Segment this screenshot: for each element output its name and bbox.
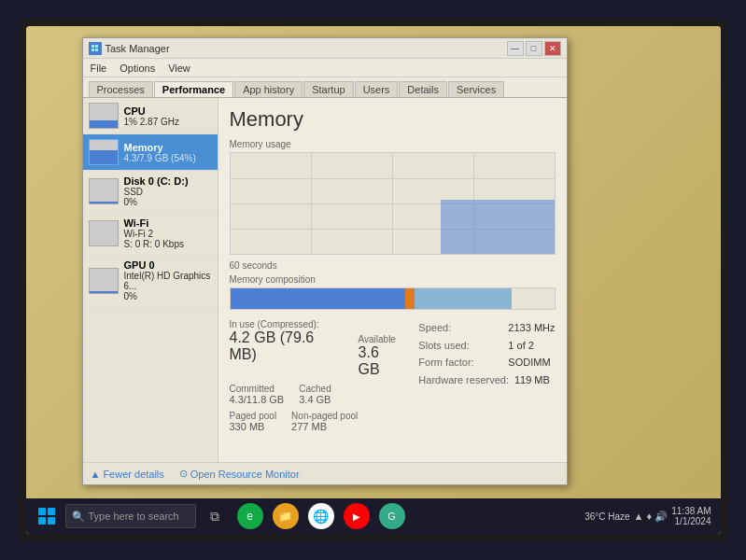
sidebar-item-memory[interactable]: Memory 4.3/7.9 GB (54%) [83,134,218,171]
comp-free [512,288,554,309]
tab-details[interactable]: Details [399,81,447,97]
tab-services[interactable]: Services [448,81,504,97]
edge-icon: e [237,503,263,529]
sidebar-item-cpu[interactable]: CPU 1% 2.87 GHz [83,98,218,134]
task-view-icon: ⧉ [210,509,219,525]
tab-processes[interactable]: Processes [89,81,153,97]
form-value: SODIMM [508,354,550,371]
clock-date: 1/1/2024 [671,516,711,526]
speed-label: Speed: [418,319,502,337]
svg-rect-3 [95,49,98,51]
resource-icon: ⊙ [179,468,188,480]
cpu-text: CPU 1% 2.87 GHz [124,105,212,127]
menu-view[interactable]: View [166,63,192,74]
tab-users[interactable]: Users [355,81,399,97]
cached-label: Cached [299,384,331,394]
gpu-sublabel: Intel(R) HD Graphics 6...0% [124,271,212,301]
sidebar: CPU 1% 2.87 GHz Memory 4.3/7.9 GB (54%) [83,98,218,462]
titlebar-left: Task Manager [89,42,170,55]
disk-label: Disk 0 (C: D:) [124,175,212,187]
graph-seconds: 60 seconds [230,260,556,271]
wifi-text: Wi-Fi Wi-Fi 2S: 0 R: 0 Kbps [124,217,212,249]
taskbar-app-chrome[interactable]: 🌐 [304,499,338,533]
chrome-icon: 🌐 [308,503,334,529]
slots-label: Slots used: [418,337,502,355]
taskbar-app-yt[interactable]: ▶ [340,499,373,533]
sidebar-item-gpu[interactable]: GPU 0 Intel(R) HD Graphics 6...0% [83,255,218,307]
memory-sublabel: 4.3/7.9 GB (54%) [124,153,212,163]
graph-label: Memory usage [230,139,556,149]
wifi-thumbnail [89,220,119,246]
minimize-button[interactable]: — [507,41,524,56]
menu-options[interactable]: Options [118,63,157,74]
taskbar-clock: 11:38 AM 1/1/2024 [671,506,711,526]
fewer-details-label: Fewer details [103,469,163,480]
windows-icon [38,508,55,525]
paged-label: Paged pool [230,411,277,421]
misc-icon: G [379,503,405,529]
sidebar-item-disk[interactable]: Disk 0 (C: D:) SSD0% [83,171,218,213]
svg-rect-0 [91,45,94,48]
open-resource-link[interactable]: ⊙ Open Resource Monitor [179,468,300,480]
comp-modified [405,288,415,309]
disk-sublabel: SSD0% [124,187,212,207]
taskbar-app-misc[interactable]: G [375,499,409,533]
stats-left: In use (Compressed): 4.2 GB (79.6 MB) Av… [230,319,404,432]
memory-thumbnail [89,139,119,165]
taskbar-search[interactable]: 🔍 Type here to search [65,504,196,528]
cpu-sublabel: 1% 2.87 GHz [124,117,212,127]
committed-label: Committed [230,384,285,394]
tab-apphistory[interactable]: App history [234,81,303,97]
comp-standby [415,288,512,309]
reserved-row: Hardware reserved: 119 MB [418,371,555,389]
menu-file[interactable]: File [89,63,109,74]
available-value: 3.6 GB [359,344,404,378]
task-view-button[interactable]: ⧉ [198,499,232,533]
memory-text: Memory 4.3/7.9 GB (54%) [124,142,212,163]
taskbar: 🔍 Type here to search ⧉ e 📁 🌐 [26,498,721,534]
folder-icon: 📁 [273,503,299,529]
disk-text: Disk 0 (C: D:) SSD0% [124,175,212,207]
form-row: Form factor: SODIMM [418,354,555,371]
footer: ▲ Fewer details ⊙ Open Resource Monitor [83,462,567,484]
taskmanager-window: Task Manager — □ ✕ File Options View Pro… [82,37,568,485]
svg-rect-1 [95,45,98,48]
page-title: Memory [230,107,556,132]
sys-icons: ▲ ♦ 🔊 [634,511,669,523]
available-label: Available [359,334,396,344]
fewer-details-link[interactable]: ▲ Fewer details [91,469,164,480]
in-use-label: In use (Compressed): [230,319,404,329]
paged-value: 330 MB [230,421,277,432]
stats-main: In use (Compressed): 4.2 GB (79.6 MB) Av… [230,319,556,432]
main-content: CPU 1% 2.87 GHz Memory 4.3/7.9 GB (54%) [83,98,567,462]
start-button[interactable] [30,499,63,533]
comp-used [231,288,405,309]
wifi-sublabel: Wi-Fi 2S: 0 R: 0 Kbps [124,229,212,249]
screen: Task Manager — □ ✕ File Options View Pro… [26,26,721,534]
titlebar: Task Manager — □ ✕ [83,38,567,59]
reserved-value: 119 MB [514,371,550,389]
cpu-thumbnail [89,103,119,129]
composition-label: Memory composition [230,274,556,285]
speed-value: 2133 MHz [508,319,555,337]
committed-value: 4.3/11.8 GB [230,394,285,405]
taskbar-app-folder[interactable]: 📁 [269,499,303,533]
grid-line-v2 [392,153,393,254]
sidebar-item-wifi[interactable]: Wi-Fi Wi-Fi 2S: 0 R: 0 Kbps [83,213,218,255]
fewer-details-icon: ▲ [91,469,101,480]
open-resource-label: Open Resource Monitor [190,469,300,480]
maximize-button[interactable]: □ [526,41,542,56]
tab-performance[interactable]: Performance [154,81,233,97]
nonpaged-value: 277 MB [291,421,358,432]
close-button[interactable]: ✕ [544,41,561,56]
titlebar-controls: — □ ✕ [507,41,561,56]
content-pane: Memory Memory usage 60 secon [218,98,567,462]
window-title: Task Manager [106,43,170,54]
taskbar-app-edge[interactable]: e [233,499,267,533]
tab-startup[interactable]: Startup [303,81,353,97]
gpu-thumbnail [89,268,119,294]
slots-value: 1 of 2 [508,337,534,355]
memory-label: Memory [124,142,212,153]
taskmanager-icon [89,42,102,55]
youtube-icon: ▶ [344,503,370,529]
